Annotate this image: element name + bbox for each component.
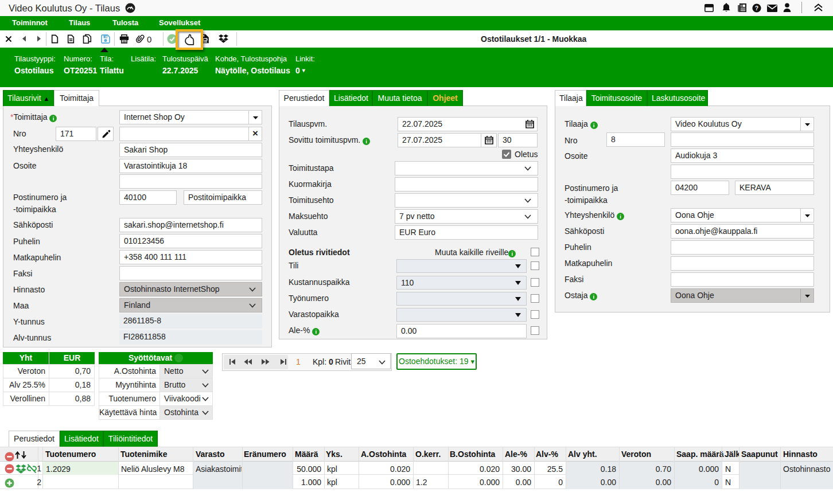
svg-text:?: ? — [755, 5, 758, 11]
